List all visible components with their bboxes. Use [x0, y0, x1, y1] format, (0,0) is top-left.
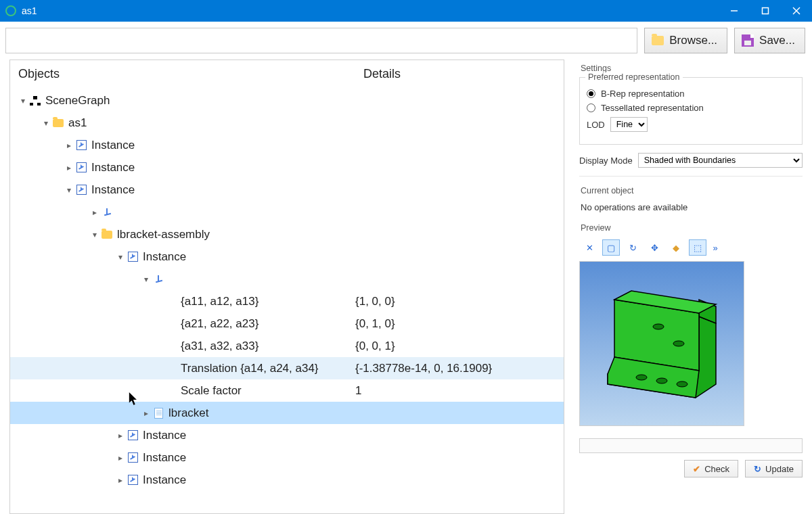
tree-row-axes[interactable]: ▸ — [10, 201, 564, 223]
maximize-button[interactable] — [750, 0, 781, 22]
update-button[interactable]: ↻Update — [745, 460, 803, 477]
tree-row-instance[interactable]: ▸Instance — [10, 134, 564, 156]
tool-move-icon[interactable]: ✥ — [646, 239, 663, 256]
instance-icon — [128, 430, 138, 440]
main: Objects Details ▾SceneGraph ▾as1 ▸Instan… — [0, 60, 812, 514]
tool-select-icon[interactable]: ⬚ — [689, 239, 706, 256]
path-input[interactable] — [5, 28, 637, 53]
matrix-value: {-1.38778e-14, 0, 16.1909} — [355, 362, 492, 375]
matrix-row-2[interactable]: {a21, a22, a23}{0, 1, 0} — [10, 312, 564, 335]
folder-icon — [102, 231, 112, 239]
instance-icon — [76, 140, 87, 150]
update-label: Update — [765, 464, 794, 474]
chevron-down-icon[interactable]: ▾ — [140, 275, 152, 284]
radio-label: B-Rep representation — [601, 89, 685, 99]
bracket-preview — [594, 283, 729, 404]
chevron-down-icon[interactable]: ▾ — [63, 185, 75, 195]
lod-select[interactable]: Fine — [610, 117, 648, 132]
titlebar: as1 — [0, 0, 812, 22]
tool-box-icon[interactable]: ▢ — [602, 239, 620, 256]
folder-icon — [652, 36, 664, 45]
radio-brep[interactable]: B-Rep representation — [587, 89, 795, 99]
close-button[interactable] — [781, 0, 812, 22]
current-object-text: No operations are available — [581, 202, 803, 212]
tree-label: as1 — [68, 116, 87, 130]
matrix-value: {0, 1, 0} — [355, 317, 395, 331]
tree-row-instance-expanded[interactable]: ▾Instance — [10, 179, 564, 201]
chevron-down-icon[interactable]: ▾ — [89, 230, 101, 239]
refresh-icon: ↻ — [754, 464, 761, 474]
save-button[interactable]: Save... — [734, 28, 805, 53]
tree-row-instance[interactable]: ▸Instance — [10, 446, 564, 469]
radio-icon — [587, 89, 595, 98]
svg-point-12 — [636, 375, 647, 380]
radio-tess[interactable]: Tessellated representation — [587, 103, 795, 113]
objects-header: Objects — [10, 60, 355, 89]
tree-label: Instance — [91, 183, 135, 197]
tree-row-lbracket-assembly[interactable]: ▾lbracket-assembly — [10, 223, 564, 246]
app-icon — [5, 5, 16, 16]
check-button[interactable]: ✔Check — [684, 460, 738, 477]
display-mode-select[interactable]: Shaded with Boundaries — [638, 153, 803, 168]
matrix-value: {1, 0, 0} — [355, 295, 395, 308]
svg-point-13 — [656, 378, 667, 383]
radio-icon — [587, 103, 595, 112]
current-object-title: Current object — [581, 186, 803, 195]
check-icon: ✔ — [693, 464, 700, 474]
matrix-label: Scale factor — [181, 384, 242, 398]
instance-icon — [128, 452, 138, 463]
tree-row-instance[interactable]: ▸Instance — [10, 424, 564, 446]
tool-overflow-icon[interactable]: » — [710, 239, 720, 256]
tree-label: Instance — [143, 473, 186, 487]
chevron-right-icon[interactable]: ▸ — [114, 431, 127, 440]
instance-icon — [128, 252, 138, 262]
chevron-right-icon[interactable]: ▸ — [114, 475, 127, 485]
tool-fit-icon[interactable]: ✕ — [581, 239, 598, 256]
tree-label: Instance — [91, 139, 135, 152]
chevron-right-icon[interactable]: ▸ — [63, 163, 75, 172]
tool-tilt-icon[interactable]: ◆ — [667, 239, 685, 256]
display-mode-label: Display Mode — [579, 156, 633, 166]
browse-button[interactable]: Browse... — [644, 28, 727, 53]
matrix-row-translation[interactable]: Translation {a14, a24, a34}{-1.38778e-14… — [10, 357, 564, 379]
axes-icon — [153, 274, 164, 285]
tree-row-instance[interactable]: ▸Instance — [10, 156, 564, 179]
tree-row-instance[interactable]: ▸Instance — [10, 469, 564, 491]
chevron-right-icon[interactable]: ▸ — [140, 408, 152, 418]
tree-row-scenegraph[interactable]: ▾SceneGraph — [10, 89, 564, 112]
chevron-down-icon[interactable]: ▾ — [114, 252, 127, 262]
matrix-row-scale[interactable]: Scale factor1 — [10, 379, 564, 402]
tree-row-axes[interactable]: ▾ — [10, 268, 564, 290]
minimize-button[interactable] — [719, 0, 750, 22]
tool-rotate-icon[interactable]: ↻ — [624, 239, 641, 256]
chevron-down-icon[interactable]: ▾ — [17, 96, 29, 106]
hierarchy-icon — [30, 96, 41, 106]
matrix-value: 1 — [355, 384, 361, 398]
tree-label: lbracket — [168, 406, 209, 420]
tree-label: Instance — [143, 451, 186, 465]
preview-canvas[interactable] — [579, 261, 744, 426]
pref-rep-group: Preferred representation B-Rep represent… — [579, 77, 803, 145]
chevron-right-icon[interactable]: ▸ — [89, 208, 101, 217]
matrix-row-3[interactable]: {a31, a32, a33}{0, 0, 1} — [10, 335, 564, 357]
save-label: Save... — [759, 34, 795, 47]
tree-label: lbracket-assembly — [117, 228, 210, 241]
tree-label: Instance — [143, 250, 186, 264]
tree-label: Instance — [143, 429, 186, 442]
preview-toolbar: ✕ ▢ ↻ ✥ ◆ ⬚ » — [579, 237, 803, 261]
tree-label: Instance — [91, 161, 135, 174]
tree-row-lbracket-selected[interactable]: ▸lbracket — [10, 402, 564, 424]
chevron-right-icon[interactable]: ▸ — [114, 453, 127, 463]
instance-icon — [128, 475, 138, 485]
progress-bar — [579, 438, 803, 453]
tree-row-instance[interactable]: ▾Instance — [10, 246, 564, 268]
svg-point-14 — [677, 381, 687, 387]
matrix-label: {a21, a22, a23} — [181, 317, 258, 331]
matrix-row-1[interactable]: {a11, a12, a13}{1, 0, 0} — [10, 290, 564, 312]
folder-icon — [53, 119, 64, 127]
tree[interactable]: ▾SceneGraph ▾as1 ▸Instance ▸Instance ▾In… — [10, 89, 564, 491]
chevron-down-icon[interactable]: ▾ — [40, 118, 52, 128]
chevron-right-icon[interactable]: ▸ — [63, 141, 75, 150]
tree-row-as1[interactable]: ▾as1 — [10, 112, 564, 134]
file-icon — [154, 408, 163, 419]
